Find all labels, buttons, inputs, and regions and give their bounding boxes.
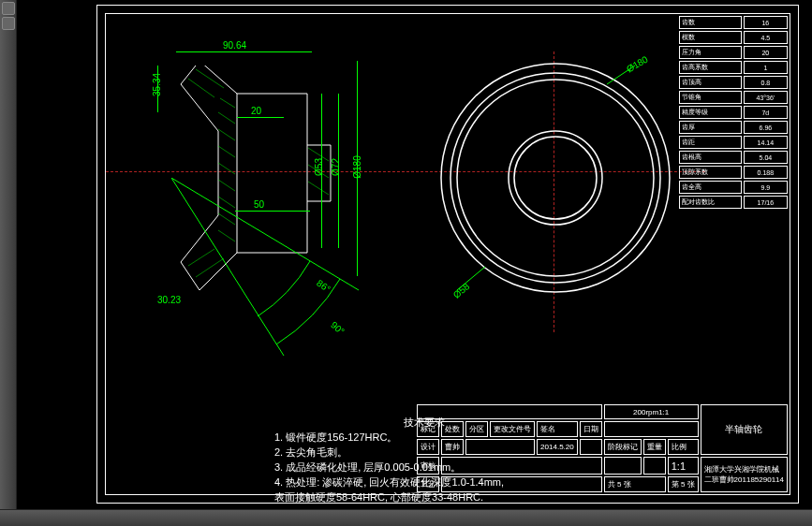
param-name: 精度等级: [679, 106, 742, 119]
angle-dim: [171, 178, 415, 365]
param-name: 齿根高: [679, 151, 742, 164]
param-name: 压力角: [679, 46, 742, 59]
param-value: 0.188: [744, 166, 788, 179]
bottom-toolbar[interactable]: [0, 509, 812, 526]
svg-line-6: [218, 163, 235, 174]
param-value: 0.8: [744, 76, 788, 89]
drawing-border: 90.64 35.34 20 50 30.23 Ø53 Ø72 Ø180 Ø18…: [96, 5, 799, 504]
param-value: 6.96: [744, 121, 788, 134]
param-name: 齿数: [679, 16, 742, 29]
param-value: 14.14: [744, 136, 788, 149]
dim-text: Ø72: [331, 158, 341, 176]
svg-line-5: [218, 146, 235, 157]
title-block: 200rpm1:1 半轴齿轮 标记处数分区 更改文件号签名日期 设计曹帅 201…: [415, 402, 790, 494]
param-name: 齿距: [679, 136, 742, 149]
dim-text: Ø180: [352, 155, 362, 178]
dim-text: 20: [251, 106, 261, 116]
svg-line-3: [218, 112, 235, 124]
dim-text: Ø53: [314, 158, 324, 176]
param-value: 16: [744, 16, 788, 29]
dim-text: 50: [254, 199, 264, 210]
param-name: 顶隙系数: [679, 166, 742, 179]
param-value: 17/16: [744, 196, 788, 209]
dim-text: 35.34: [152, 73, 162, 96]
param-name: 齿全高: [679, 181, 742, 194]
param-value: 20: [744, 46, 788, 59]
param-value: 43°36': [744, 91, 788, 104]
dim-text: 90.64: [223, 40, 246, 51]
svg-line-4: [218, 129, 235, 140]
left-toolbar[interactable]: [0, 0, 17, 526]
param-value: 7d: [744, 106, 788, 119]
param-name: 齿顶高: [679, 76, 742, 89]
gear-parameter-table: 齿数16模数4.5压力角20齿高系数1齿顶高0.8节锥角43°36'精度等级7d…: [677, 14, 790, 211]
param-name: 节锥角: [679, 91, 742, 104]
param-name: 齿高系数: [679, 61, 742, 74]
tool-button[interactable]: [2, 2, 15, 15]
param-value: 4.5: [744, 31, 788, 44]
param-name: 模数: [679, 31, 742, 44]
param-value: 9.9: [744, 181, 788, 194]
tool-button[interactable]: [2, 17, 15, 30]
param-name: 齿厚: [679, 121, 742, 134]
diameter-dims: [434, 56, 677, 300]
cad-canvas[interactable]: 90.64 35.34 20 50 30.23 Ø53 Ø72 Ø180 Ø18…: [17, 0, 812, 509]
param-value: 1: [744, 61, 788, 74]
dim-text: 30.23: [157, 295, 181, 305]
dim-line: [176, 51, 312, 52]
param-name: 配对齿数比: [679, 196, 742, 209]
dim-line: [237, 117, 284, 118]
svg-line-2: [220, 98, 235, 108]
drawing-border-inner: 90.64 35.34 20 50 30.23 Ø53 Ø72 Ø180 Ø18…: [105, 13, 790, 495]
param-value: 5.04: [744, 151, 788, 164]
svg-line-11: [188, 79, 214, 97]
